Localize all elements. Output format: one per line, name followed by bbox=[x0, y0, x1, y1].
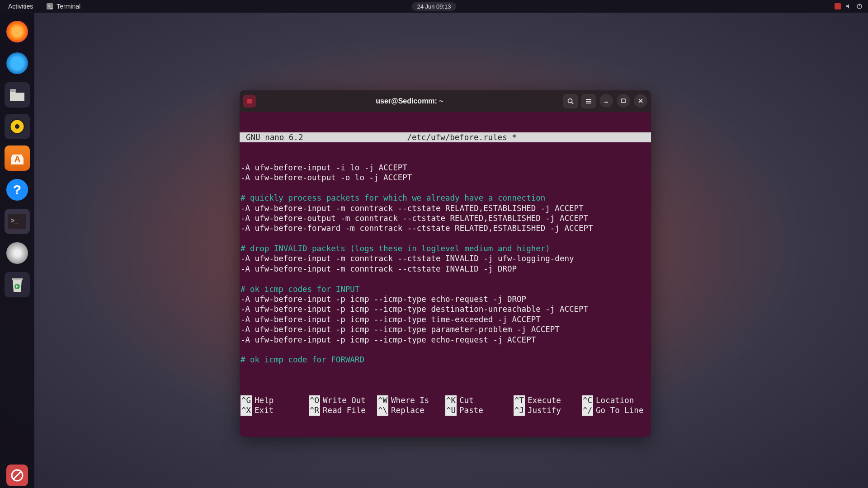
nano-line: # ok icmp codes for INPUT bbox=[241, 284, 650, 294]
nano-shortcut: ^TExecute bbox=[514, 395, 582, 405]
shortcut-label: Execute bbox=[528, 395, 561, 405]
nano-version: GNU nano 6.2 bbox=[241, 132, 303, 142]
shortcut-label: Go To Line bbox=[596, 405, 643, 415]
shortcut-label: Exit bbox=[255, 405, 274, 415]
svg-rect-4 bbox=[10, 89, 16, 92]
nano-shortcut: ^WWhere Is bbox=[377, 395, 445, 405]
svg-rect-21 bbox=[622, 99, 625, 103]
dock-firefox[interactable] bbox=[5, 19, 30, 44]
nano-shortcut: ^/Go To Line bbox=[582, 405, 650, 415]
dock-disk[interactable] bbox=[5, 240, 30, 266]
shortcut-key: ^/ bbox=[582, 405, 593, 415]
terminal-window: user@Sedicomm: ~ GNU nano 6.2 /etc/ufw/b… bbox=[240, 90, 651, 437]
svg-line-13 bbox=[14, 472, 21, 479]
nano-line: -A ufw-before-input -p icmp --icmp-type … bbox=[241, 314, 650, 324]
activities-button[interactable]: Activities bbox=[8, 3, 33, 10]
nano-shortcut: ^\Replace bbox=[377, 405, 445, 415]
shortcut-key: ^K bbox=[445, 395, 457, 405]
nano-shortcut: ^RRead File bbox=[309, 405, 377, 415]
nano-line: -A ufw-before-input -p icmp --icmp-type … bbox=[241, 335, 650, 345]
volume-icon[interactable] bbox=[845, 3, 852, 9]
shortcut-label: Help bbox=[255, 395, 274, 405]
svg-rect-14 bbox=[247, 99, 252, 103]
nano-line: -A ufw-before-output -m conntrack --ctst… bbox=[241, 213, 650, 223]
nano-content[interactable]: -A ufw-before-input -i lo -j ACCEPT-A uf… bbox=[240, 163, 651, 375]
menu-button[interactable] bbox=[581, 94, 596, 108]
shortcut-label: Justify bbox=[528, 405, 561, 415]
nano-line: # ok icmp code for FORWARD bbox=[241, 355, 650, 365]
svg-text:>_: >_ bbox=[11, 217, 18, 224]
power-icon[interactable] bbox=[856, 3, 863, 9]
terminal-titlebar[interactable]: user@Sedicomm: ~ bbox=[240, 90, 651, 112]
terminal-icon: >_ bbox=[47, 3, 53, 9]
gnome-dock: A ? >_ bbox=[0, 13, 34, 488]
nano-line: -A ufw-before-input -m conntrack --ctsta… bbox=[241, 264, 650, 274]
shortcut-key: ^O bbox=[309, 395, 320, 405]
minimize-button[interactable] bbox=[599, 94, 613, 108]
shortcut-label: Where Is bbox=[391, 395, 429, 405]
clock[interactable]: 24 Jun 09:13 bbox=[411, 2, 456, 11]
shortcut-label: Read File bbox=[323, 405, 366, 415]
nano-line: -A ufw-before-input -p icmp --icmp-type … bbox=[241, 324, 650, 334]
nano-shortcut: ^JJustify bbox=[514, 405, 582, 415]
shortcut-label: Paste bbox=[459, 405, 483, 415]
shortcut-label: Location bbox=[596, 395, 634, 405]
shortcut-key: ^X bbox=[241, 405, 252, 415]
search-button[interactable] bbox=[563, 94, 578, 108]
dock-help[interactable]: ? bbox=[5, 177, 30, 202]
nano-line: # quickly process packets for which we a… bbox=[241, 193, 650, 203]
svg-rect-10 bbox=[12, 278, 23, 280]
nano-line: -A ufw-before-forward -m conntrack --cts… bbox=[241, 223, 650, 233]
svg-line-16 bbox=[572, 103, 574, 104]
shortcut-key: ^W bbox=[377, 395, 388, 405]
nano-shortcut: ^XExit bbox=[241, 405, 309, 415]
shortcut-key: ^\ bbox=[377, 405, 388, 415]
dock-block[interactable] bbox=[5, 463, 30, 488]
nano-line: -A ufw-before-input -i lo -j ACCEPT bbox=[241, 163, 650, 173]
nano-shortcut: ^CLocation bbox=[582, 395, 650, 405]
nano-line: -A ufw-before-output -o lo -j ACCEPT bbox=[241, 173, 650, 183]
nano-line bbox=[241, 183, 650, 193]
dock-thunderbird[interactable] bbox=[5, 51, 30, 76]
shortcut-label: Write Out bbox=[323, 395, 366, 405]
dock-ubuntu-software[interactable]: A bbox=[5, 145, 30, 171]
nano-line: # drop INVALID packets (logs these in lo… bbox=[241, 244, 650, 253]
shortcut-key: ^T bbox=[514, 395, 525, 405]
nano-line bbox=[241, 365, 650, 375]
dock-terminal[interactable]: >_ bbox=[5, 209, 30, 234]
nano-shortcut: ^UPaste bbox=[445, 405, 514, 415]
shortcut-key: ^C bbox=[582, 395, 593, 405]
nano-line: -A ufw-before-input -m conntrack --ctsta… bbox=[241, 203, 650, 213]
nano-line bbox=[241, 345, 650, 355]
svg-point-15 bbox=[568, 99, 572, 103]
nano-filepath: /etc/ufw/before.rules * bbox=[407, 132, 516, 142]
terminal-title: user@Sedicomm: ~ bbox=[259, 97, 560, 105]
svg-point-6 bbox=[15, 124, 19, 129]
dock-trash[interactable] bbox=[5, 272, 30, 297]
terminal-body[interactable]: GNU nano 6.2 /etc/ufw/before.rules * -A … bbox=[240, 112, 651, 437]
nano-shortcuts: ^GHelp^OWrite Out^WWhere Is^KCut^TExecut… bbox=[240, 395, 651, 417]
dock-rhythmbox[interactable] bbox=[5, 114, 30, 139]
svg-text:A: A bbox=[14, 155, 20, 164]
nano-line bbox=[241, 234, 650, 244]
nano-line: -A ufw-before-input -p icmp --icmp-type … bbox=[241, 294, 650, 304]
nano-header: GNU nano 6.2 /etc/ufw/before.rules * bbox=[240, 132, 651, 142]
active-app-label: Terminal bbox=[57, 3, 80, 10]
svg-text:>_: >_ bbox=[48, 4, 53, 9]
close-button[interactable] bbox=[634, 94, 647, 108]
nano-line bbox=[241, 274, 650, 284]
shortcut-key: ^R bbox=[309, 405, 320, 415]
nano-line: -A ufw-before-input -p icmp --icmp-type … bbox=[241, 304, 650, 314]
maximize-button[interactable] bbox=[617, 94, 630, 108]
nano-line: -A ufw-before-input -m conntrack --ctsta… bbox=[241, 253, 650, 263]
dock-files[interactable] bbox=[5, 82, 30, 108]
active-app[interactable]: >_ Terminal bbox=[47, 3, 80, 10]
new-tab-button[interactable] bbox=[243, 95, 256, 108]
shortcut-key: ^J bbox=[514, 405, 525, 415]
nano-shortcut: ^OWrite Out bbox=[309, 395, 377, 405]
nano-shortcut: ^GHelp bbox=[241, 395, 309, 405]
shortcut-label: Replace bbox=[391, 405, 425, 415]
gnome-topbar: Activities >_ Terminal 24 Jun 09:13 bbox=[0, 0, 868, 13]
screen-recording-icon[interactable] bbox=[835, 3, 841, 9]
shortcut-key: ^G bbox=[241, 395, 252, 405]
